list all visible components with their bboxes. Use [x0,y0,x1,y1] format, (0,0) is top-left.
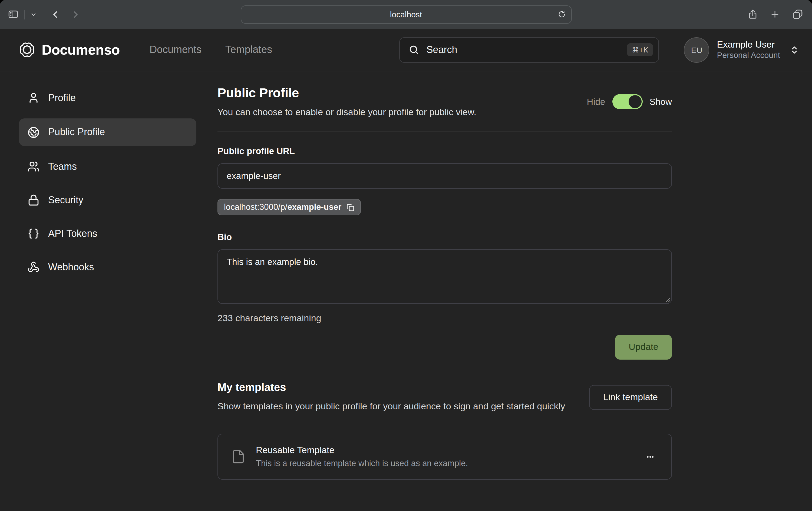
share-icon[interactable] [748,9,758,20]
user-account-type: Personal Account [717,51,780,61]
section-divider [218,131,672,132]
new-tab-icon[interactable] [770,9,780,20]
toggle-hide-label: Hide [587,96,605,107]
settings-sidebar: Profile Public Profile Teams Security AP [19,85,196,288]
lock-icon [28,194,39,206]
copy-icon[interactable] [346,203,354,211]
search-box[interactable]: ⌘+K [400,37,659,62]
page-title: Public Profile [218,85,476,100]
braces-icon [28,228,39,240]
brand[interactable]: Documenso [19,41,120,58]
brand-name: Documenso [42,41,120,58]
avatar[interactable]: EU [684,37,709,62]
toggle-show-label: Show [649,96,672,107]
users-icon [28,160,39,173]
toolbar-divider [24,9,25,19]
sidebar-dropdown-chevron-icon[interactable] [30,11,37,18]
user-name: Example User [717,39,780,51]
address-bar-url[interactable]: localhost [390,10,422,19]
public-profile-url-input[interactable] [218,163,672,189]
template-description: This is a reusable template which is use… [256,458,642,468]
sidebar-item-profile[interactable]: Profile [19,85,196,111]
profile-url-copy-chip[interactable]: localhost:3000/p/example-user [218,199,361,215]
search-icon [409,44,419,55]
search-input[interactable] [427,44,620,55]
sidebar-item-label: Public Profile [48,126,105,138]
update-button[interactable]: Update [615,335,672,360]
account-menu[interactable]: EU Example User Personal Account [684,37,799,62]
bio-char-counter: 233 characters remaining [218,313,672,324]
sidebar-item-label: Profile [48,92,76,103]
sidebar-item-label: API Tokens [48,228,97,239]
sidebar-item-label: Teams [48,161,77,172]
main-content: Public Profile You can choose to enable … [218,71,672,480]
webhook-icon [28,261,39,273]
app-header: Documenso Documents Templates ⌘+K EU Exa… [0,29,812,71]
page-subtitle: You can choose to enable or disable your… [218,107,476,118]
bio-field-label: Bio [218,232,672,242]
nav-templates[interactable]: Templates [225,44,272,56]
sidebar-item-teams[interactable]: Teams [19,154,196,180]
link-template-button[interactable]: Link template [589,385,672,410]
sidebar-item-label: Webhooks [48,262,94,273]
back-button-icon[interactable] [50,9,61,20]
chevrons-up-down-icon [790,45,799,54]
toggle-knob [628,95,641,108]
user-icon [28,92,39,104]
nav-documents[interactable]: Documents [150,44,202,56]
reload-icon[interactable] [557,10,566,19]
app-window: localhost [0,0,812,511]
url-field-label: Public profile URL [218,146,672,156]
globe-icon [28,126,39,138]
profile-visibility-toggle-row: Hide Show [587,94,672,109]
sidebar-item-security[interactable]: Security [19,187,196,213]
my-templates-description: Show templates in your public profile fo… [218,400,565,414]
sidebar-item-public-profile[interactable]: Public Profile [19,118,196,146]
visibility-toggle[interactable] [612,94,642,109]
sidebar-item-label: Security [48,194,83,206]
template-title: Reusable Template [256,445,642,456]
sidebar-item-api-tokens[interactable]: API Tokens [19,221,196,247]
search-shortcut-badge: ⌘+K [627,43,653,56]
documenso-logo-icon [19,42,35,58]
resize-grip-icon[interactable] [664,296,670,302]
tab-overview-icon[interactable] [792,9,803,20]
file-icon [231,449,245,464]
top-nav: Documents Templates [150,44,272,56]
ellipsis-menu-icon[interactable] [642,449,658,465]
template-list-item[interactable]: Reusable Template This is a reusable tem… [218,434,672,480]
forward-button-icon [70,9,81,20]
sidebar-toggle-icon[interactable] [7,9,19,20]
profile-url-text: localhost:3000/p/example-user [224,202,341,212]
bio-textarea[interactable]: This is an example bio. [218,249,672,304]
avatar-initials: EU [691,45,702,54]
browser-toolbar: localhost [0,0,812,29]
address-bar[interactable]: localhost [240,5,572,24]
sidebar-item-webhooks[interactable]: Webhooks [19,254,196,280]
my-templates-title: My templates [218,381,565,394]
